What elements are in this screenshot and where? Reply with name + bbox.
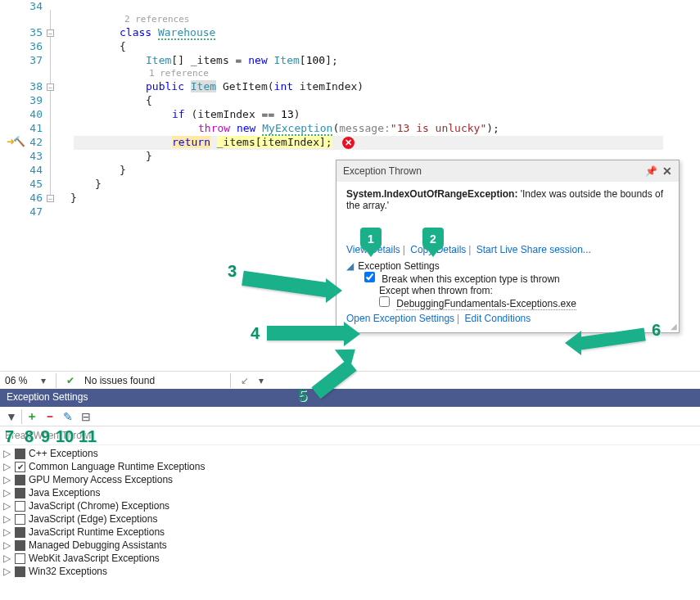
- fold-toggle[interactable]: −: [47, 195, 54, 202]
- category-checkbox[interactable]: [15, 553, 25, 564]
- restore-button[interactable]: ⊟: [78, 408, 94, 425]
- exception-category-row[interactable]: ▷WebKit JavaScript Exceptions: [0, 552, 700, 565]
- chevron-right-icon[interactable]: ▷: [3, 487, 11, 498]
- add-button[interactable]: ＋: [24, 408, 40, 425]
- category-label: C++ Exceptions: [29, 448, 98, 459]
- line-number: 45: [10, 178, 43, 190]
- annotation-callout: 1: [360, 228, 382, 250]
- exception-category-row[interactable]: ▷JavaScript (Chrome) Exceptions: [0, 499, 700, 512]
- exception-category-row[interactable]: ▷C++ Exceptions: [0, 447, 700, 460]
- annotation-number: 4: [251, 324, 260, 343]
- close-icon[interactable]: ✕: [662, 165, 672, 178]
- exception-category-row[interactable]: ▷JavaScript Runtime Exceptions: [0, 526, 700, 539]
- line-number: 46: [10, 192, 43, 204]
- line-number: 37: [10, 54, 43, 66]
- line-number: 39: [10, 94, 43, 106]
- annotation-number: 10: [56, 427, 74, 446]
- line-number: 36: [10, 40, 43, 52]
- remove-button[interactable]: －: [42, 408, 58, 425]
- codelens[interactable]: 2 references: [124, 14, 189, 25]
- annotation-number: 9: [41, 427, 50, 446]
- category-label: WebKit JavaScript Exceptions: [29, 553, 160, 564]
- chevron-right-icon[interactable]: ▷: [3, 461, 11, 472]
- chevron-right-icon[interactable]: ▷: [3, 500, 11, 512]
- line-number: 44: [10, 164, 43, 176]
- panel-column-header: Break When Thrown: [0, 426, 700, 445]
- ok-icon: ✔: [66, 375, 75, 386]
- except-when-label: Except when thrown from:: [346, 285, 669, 296]
- line-number: 47: [10, 205, 43, 218]
- annotation-callout: 2: [422, 228, 444, 250]
- exception-helper: Exception Thrown 📌 ✕ System.IndexOutOfRa…: [336, 160, 680, 333]
- resize-grip[interactable]: ◢: [671, 322, 677, 331]
- codelens[interactable]: 1 reference: [149, 68, 209, 79]
- line-number: 41: [10, 122, 43, 134]
- ruler-icon[interactable]: ↙: [241, 375, 249, 386]
- chevron-right-icon[interactable]: ▷: [3, 539, 11, 551]
- exception-settings-panel: ▼ ＋ － ✎ ⊟ Break When Thrown ▷C++ Excepti…: [0, 407, 700, 600]
- edit-conditions-link[interactable]: Edit Conditions: [465, 313, 531, 324]
- gutter: 34 35 − 36 37 38 − 39 40 41 42 43 44 45 …: [0, 0, 59, 368]
- pin-icon[interactable]: 📌: [645, 165, 657, 177]
- fold-toggle[interactable]: −: [47, 83, 54, 91]
- category-checkbox[interactable]: [15, 488, 25, 498]
- category-checkbox[interactable]: [15, 514, 25, 525]
- exception-category-row[interactable]: ▷Managed Debugging Assistants: [0, 539, 700, 552]
- exception-category-row[interactable]: ▷JavaScript (Edge) Exceptions: [0, 512, 700, 526]
- line-number: 40: [10, 108, 43, 120]
- exception-category-row[interactable]: ▷Win32 Exceptions: [0, 565, 700, 578]
- exception-category-list: ▷C++ Exceptions▷Common Language Runtime …: [0, 445, 700, 580]
- ruler-dropdown-icon[interactable]: ▾: [259, 375, 264, 386]
- edit-button[interactable]: ✎: [60, 408, 76, 425]
- category-label: JavaScript Runtime Exceptions: [29, 526, 165, 538]
- lightbulb-icon[interactable]: 🔨: [13, 136, 25, 147]
- category-checkbox[interactable]: [15, 449, 25, 459]
- annotation-number: 7: [5, 427, 14, 446]
- chevron-right-icon[interactable]: ▷: [3, 566, 11, 577]
- chevron-right-icon[interactable]: ▷: [3, 526, 11, 538]
- chevron-right-icon[interactable]: ▷: [3, 474, 11, 485]
- code-editor[interactable]: 34 35 − 36 37 38 − 39 40 41 42 43 44 45 …: [0, 0, 700, 368]
- except-item-checkbox[interactable]: DebuggingFundamentals-Exceptions.exe: [379, 298, 576, 309]
- annotation-number: 6: [652, 321, 661, 340]
- exception-category-row[interactable]: ▷Common Language Runtime Exceptions: [0, 460, 700, 473]
- category-checkbox[interactable]: [15, 501, 25, 512]
- expander-icon[interactable]: ◢: [346, 260, 354, 272]
- category-checkbox[interactable]: [15, 540, 25, 551]
- live-share-link[interactable]: Start Live Share session...: [476, 244, 591, 255]
- line-number: 34: [10, 0, 43, 12]
- error-icon[interactable]: ✕: [342, 137, 355, 149]
- zoom-dropdown-icon[interactable]: ▾: [41, 375, 46, 386]
- panel-toolbar: ▼ ＋ － ✎ ⊟: [0, 407, 700, 426]
- category-label: GPU Memory Access Exceptions: [29, 474, 173, 485]
- category-label: Common Language Runtime Exceptions: [29, 461, 205, 472]
- category-label: Win32 Exceptions: [29, 566, 107, 577]
- category-label: JavaScript (Chrome) Exceptions: [29, 500, 169, 512]
- category-checkbox[interactable]: [15, 566, 25, 577]
- exception-settings-header: Exception Settings: [358, 260, 439, 272]
- category-checkbox[interactable]: [15, 475, 25, 485]
- category-label: JavaScript (Edge) Exceptions: [29, 513, 157, 525]
- panel-title: Exception Settings: [0, 389, 700, 407]
- exception-links: View Details| Copy Details| Start Live S…: [346, 244, 669, 255]
- exception-category-row[interactable]: ▷Java Exceptions: [0, 486, 700, 499]
- exception-message: System.IndexOutOfRangeException: 'Index …: [346, 188, 669, 211]
- chevron-right-icon[interactable]: ▷: [3, 553, 11, 564]
- zoom-level[interactable]: 06 %: [5, 375, 31, 386]
- exception-title: Exception Thrown: [343, 165, 640, 177]
- chevron-right-icon[interactable]: ▷: [3, 513, 11, 525]
- fold-toggle[interactable]: −: [47, 29, 54, 37]
- break-when-thrown-checkbox[interactable]: Break when this exception type is thrown: [364, 273, 560, 285]
- open-exception-settings-link[interactable]: Open Exception Settings: [346, 313, 454, 324]
- filter-icon[interactable]: ▼: [3, 408, 20, 425]
- chevron-right-icon[interactable]: ▷: [3, 448, 11, 459]
- category-label: Java Exceptions: [29, 487, 100, 498]
- issues-label[interactable]: No issues found: [84, 375, 155, 386]
- line-number: 35: [10, 26, 43, 38]
- annotation-number: 11: [79, 427, 97, 446]
- annotation-number: 3: [228, 262, 237, 281]
- line-number: 43: [10, 150, 43, 162]
- category-checkbox[interactable]: [15, 527, 25, 538]
- category-checkbox[interactable]: [15, 462, 25, 472]
- exception-category-row[interactable]: ▷GPU Memory Access Exceptions: [0, 473, 700, 486]
